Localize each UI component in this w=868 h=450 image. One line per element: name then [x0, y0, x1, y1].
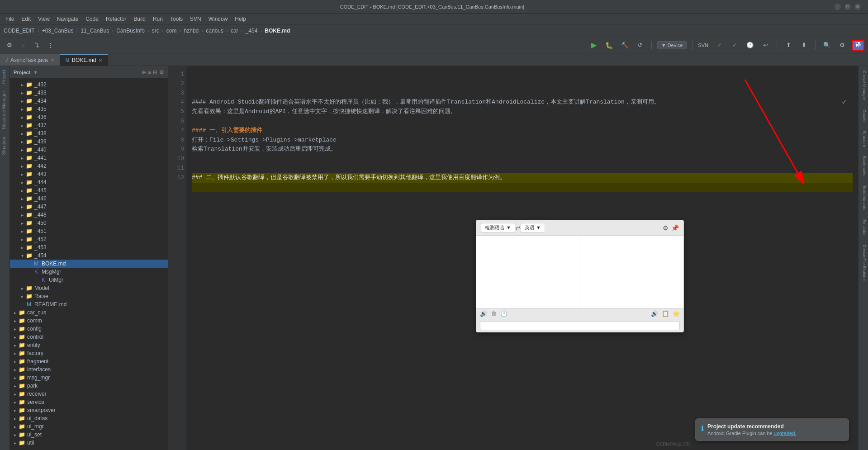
right-panel-device-file-explorer[interactable]: Device File Explorer — [859, 240, 868, 286]
device-selector[interactable]: ▼ Device — [657, 41, 687, 49]
sidebar-dropdown-icon[interactable]: ▼ — [33, 70, 38, 75]
menu-refactor[interactable]: Refactor — [102, 15, 130, 23]
source-lang-button[interactable]: 检测语言 ▼ — [481, 223, 515, 232]
left-tab-resource[interactable]: Resource Manager — [0, 87, 10, 133]
sidebar-collapse-icon[interactable]: ⊟ — [153, 69, 157, 76]
menu-view[interactable]: View — [34, 15, 53, 23]
menu-code[interactable]: Code — [82, 15, 102, 23]
debug-button[interactable]: 🐛 — [603, 39, 615, 51]
source-panel[interactable] — [476, 236, 580, 308]
tree-item-ui_set[interactable]: ▸📁ui_set — [10, 431, 168, 439]
tree-item-BOKE-md[interactable]: MBOKE.md — [10, 260, 168, 268]
tree-item-_447[interactable]: ▸📁_447 — [10, 203, 168, 211]
tree-item-smartpower[interactable]: ▸📁smartpower — [10, 406, 168, 414]
menu-svn[interactable]: SVN — [186, 15, 205, 23]
tree-item-_452[interactable]: ▸📁_452 — [10, 235, 168, 243]
tree-item-_453[interactable]: ▸📁_453 — [10, 243, 168, 251]
sort-icon[interactable]: ⇅ — [31, 39, 43, 51]
notification-link[interactable]: upgraded. — [774, 431, 797, 436]
tree-item-entity[interactable]: ▸📁entity — [10, 341, 168, 349]
tree-item-_444[interactable]: ▸📁_444 — [10, 178, 168, 186]
target-lang-button[interactable]: 英语 ▼ — [521, 223, 545, 232]
menu-file[interactable]: File — [2, 15, 18, 23]
tree-item-_441[interactable]: ▸📁_441 — [10, 154, 168, 162]
delete-icon[interactable]: 🗑 — [491, 310, 497, 317]
tree-item-config[interactable]: ▸📁config — [10, 325, 168, 333]
tree-item-_438[interactable]: ▸📁_438 — [10, 129, 168, 137]
copy-icon[interactable]: 📋 — [662, 310, 669, 317]
tree-item-_448[interactable]: ▸📁_448 — [10, 211, 168, 219]
right-panel-structure[interactable]: Structure — [859, 126, 868, 152]
gear-icon[interactable]: ⚙ — [4, 39, 15, 51]
sidebar-expand-icon[interactable]: ≡ — [148, 69, 151, 76]
sync-button[interactable]: ↺ — [634, 39, 646, 51]
tree-item-service[interactable]: ▸📁service — [10, 398, 168, 406]
sidebar-settings-icon[interactable]: ⚙ — [159, 69, 164, 76]
tree-item-park[interactable]: ▸📁park — [10, 382, 168, 390]
right-panel-build-variants[interactable]: Build Variants — [859, 181, 868, 215]
right-panel-gradle[interactable]: Gradle — [859, 105, 868, 126]
tree-item-Raise[interactable]: ▸📁Raise — [10, 292, 168, 300]
tab-BOKE-md[interactable]: MBOKE.md✕ — [60, 54, 109, 66]
tree-item-msg_mgr[interactable]: ▸📁msg_mgr — [10, 374, 168, 382]
right-panel-bookmarks[interactable]: Bookmarks — [859, 152, 868, 181]
svn-undo[interactable]: ↩ — [759, 39, 771, 51]
menu-build[interactable]: Build — [130, 15, 149, 23]
tree-item-_451[interactable]: ▸📁_451 — [10, 227, 168, 235]
tree-item-_442[interactable]: ▸📁_442 — [10, 162, 168, 170]
right-panel-device-manager[interactable]: Device Manager — [859, 66, 868, 105]
translate-button[interactable]: 译 — [852, 40, 864, 51]
target-panel[interactable] — [580, 236, 684, 308]
list-icon[interactable]: ≡ — [17, 39, 29, 51]
tree-item-_440[interactable]: ▸📁_440 — [10, 146, 168, 154]
sidebar-locate-icon[interactable]: ⊕ — [142, 69, 146, 76]
tree-item-comm[interactable]: ▸📁comm — [10, 317, 168, 325]
tree-item-car_cus[interactable]: ▸📁car_cus — [10, 308, 168, 317]
tree-item-_454[interactable]: ▾📁_454 — [10, 251, 168, 260]
svn-check-2[interactable]: ✓ — [729, 39, 740, 51]
translation-search-input[interactable] — [480, 321, 680, 330]
menu-run[interactable]: Run — [149, 15, 166, 23]
run-button[interactable]: ▶ — [588, 39, 600, 51]
tree-item-util[interactable]: ▸📁util — [10, 439, 168, 447]
build-button[interactable]: 🔨 — [619, 39, 631, 51]
tree-item-_450[interactable]: ▸📁_450 — [10, 219, 168, 227]
tree-item-_436[interactable]: ▸📁_436 — [10, 113, 168, 121]
tree-item-_439[interactable]: ▸📁_439 — [10, 137, 168, 146]
tree-item-_443[interactable]: ▸📁_443 — [10, 170, 168, 178]
tree-item-_434[interactable]: ▸📁_434 — [10, 97, 168, 105]
tree-item-ui_datas[interactable]: ▸📁ui_datas — [10, 414, 168, 422]
tree-item-interfaces[interactable]: ▸📁interfaces — [10, 365, 168, 374]
star-icon[interactable]: ⭐ — [673, 310, 680, 317]
menu-navigate[interactable]: Navigate — [53, 15, 82, 23]
translation-settings-icon[interactable]: ⚙ — [663, 224, 669, 232]
right-panel-emulator[interactable]: Emulator — [859, 215, 868, 240]
tree-item-_446[interactable]: ▸📁_446 — [10, 194, 168, 203]
tree-item-UiMgr[interactable]: KUiMgr — [10, 276, 168, 284]
tree-item-fragment[interactable]: ▸📁fragment — [10, 357, 168, 365]
tree-item-Model[interactable]: ▸📁Model — [10, 284, 168, 292]
svn-check-1[interactable]: ✓ — [713, 39, 725, 51]
update-icon[interactable]: ⬆ — [783, 39, 794, 51]
left-tab-project[interactable]: Project — [0, 66, 10, 87]
minimize-button[interactable]: — — [835, 4, 841, 10]
search-icon[interactable]: 🔍 — [821, 39, 833, 51]
svn-clock[interactable]: 🕐 — [744, 39, 756, 51]
config-icon[interactable]: ⚙ — [836, 39, 848, 51]
menu-window[interactable]: Window — [205, 15, 232, 23]
maximize-button[interactable]: □ — [844, 4, 851, 10]
tree-item-ui_mgr[interactable]: ▸📁ui_mgr — [10, 422, 168, 431]
tree-item-MsgMgr[interactable]: KMsgMgr — [10, 268, 168, 276]
tree-item-_435[interactable]: ▸📁_435 — [10, 105, 168, 113]
translation-pin-icon[interactable]: 📌 — [671, 224, 679, 232]
tree-item-_437[interactable]: ▸📁_437 — [10, 121, 168, 129]
tab-close-icon[interactable]: ✕ — [99, 58, 102, 63]
tree-item-receiver[interactable]: ▸📁receiver — [10, 390, 168, 398]
tree-item-factory[interactable]: ▸📁factory — [10, 349, 168, 357]
tree-item-_433[interactable]: ▸📁_433 — [10, 89, 168, 97]
tab-close-icon[interactable]: ✕ — [51, 57, 54, 62]
tab-AsyncTask-java[interactable]: JAsyncTask.java✕ — [0, 54, 60, 66]
swap-lang-button[interactable]: ⇄ — [515, 224, 521, 232]
tree-item-_445[interactable]: ▸📁_445 — [10, 186, 168, 194]
menu-tools[interactable]: Tools — [166, 15, 186, 23]
